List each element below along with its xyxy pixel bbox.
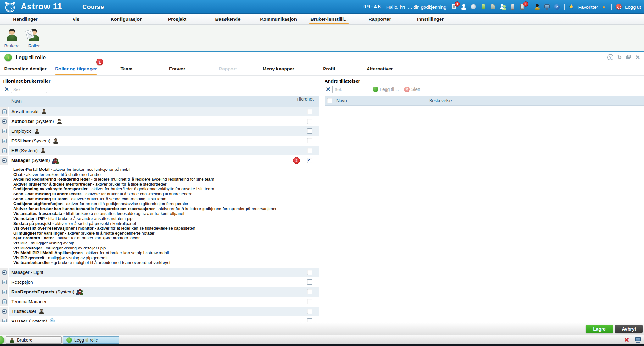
expand-button[interactable]: + [2,148,7,153]
taskbar-tab-legg-til-rolle[interactable]: Legg til rolle [63,336,119,344]
select-all-checkbox[interactable] [327,98,332,103]
menu-item-bruker-innstilli-[interactable]: Bruker-innstilli... [304,14,354,24]
close-all-icon[interactable]: ✕ [624,337,629,343]
step-badge-1: 1 [96,59,103,65]
logout-label[interactable]: Logg ut [625,4,641,10]
assigned-checkbox[interactable] [307,148,312,153]
device-green-icon[interactable] [480,3,487,10]
tab-frav-r[interactable]: Fravær [152,64,203,75]
menu-item-vis[interactable]: Vis [51,14,101,24]
collapse-button[interactable]: − [2,158,7,163]
expand-button[interactable]: + [2,139,7,143]
tab-alternativer[interactable]: Alternativer [354,64,405,75]
table-row-essuser[interactable]: +ESSUser(System) [0,136,319,146]
logout-power-icon[interactable] [615,3,622,10]
mobile-icon[interactable]: 2 [519,3,526,10]
assigned-checkbox[interactable] [307,109,312,114]
approvals-icon[interactable]: 1 [451,3,458,10]
expand-button[interactable]: + [2,280,7,284]
menu-item-innstillinger[interactable]: Innstillinger [405,14,456,24]
expand-button[interactable]: + [2,270,7,275]
clear-search-icon[interactable]: ✕ [4,87,9,92]
user-silhouette-icon[interactable] [460,3,467,10]
other-permissions-search-row: ✕ Legg til ... Slett [326,86,420,93]
globe-icon[interactable] [470,3,477,10]
table-row-authorizer[interactable]: +Authorizer(System) [0,117,319,126]
favorites-star-icon[interactable] [569,3,575,10]
permission-line: Leder-Portal Mobil - aktiver for bruker … [13,167,316,172]
help-blue-icon[interactable] [553,3,560,10]
notification-badge: 2 [523,1,528,7]
phone-icon[interactable] [509,3,516,10]
clock-time: 09:46 [363,4,381,10]
main-menu-bar: HandlingerVisKonfigurasjonProsjektBesøke… [0,14,644,25]
tab-roller-og-tilganger[interactable]: Roller og tilganger [51,64,101,75]
menu-item-rapporter[interactable]: Rapporter [354,14,405,24]
tab-meny-knapper[interactable]: Meny knapper [253,64,304,75]
assigned-checkbox[interactable] [307,128,312,134]
save-button[interactable]: Lagre [586,325,613,333]
expand-button[interactable]: + [2,299,7,304]
add-permission-button[interactable]: Legg til ... [373,87,399,92]
assigned-checkbox[interactable] [307,279,312,285]
toolbar-item-roller[interactable]: Roller [23,28,45,48]
cascade-icon[interactable] [625,54,632,60]
assigned-checkbox[interactable] [307,289,312,294]
tab-rapport[interactable]: Rapport [203,64,253,75]
close-icon[interactable] [635,54,641,60]
monitor-icon[interactable] [635,337,641,343]
taskbar-tab-label: Legg til rolle [74,338,98,343]
greeting-text: Hallo, hr! [386,4,405,10]
menu-item-prosjekt[interactable]: Prosjekt [152,14,203,24]
table-row-terminalmanager[interactable]: +TerminalManager [0,297,319,307]
cancel-button[interactable]: Avbryt [615,325,643,333]
expand-button[interactable]: + [2,309,7,314]
table-row-trusteduser[interactable]: +TrustedUser [0,307,319,316]
tab-team[interactable]: Team [101,64,152,75]
tab-profil[interactable]: Profil [304,64,354,75]
table-row-manager-light[interactable]: +Manager - Light [0,268,319,277]
assigned-checkbox[interactable] [307,299,312,304]
clear-search-icon[interactable]: ✕ [326,87,330,92]
collapse-triangle-icon[interactable] [601,4,607,10]
refresh-icon[interactable] [616,54,623,60]
assigned-checkbox[interactable] [307,270,312,275]
assigned-checkbox[interactable] [307,119,312,124]
favorites-label[interactable]: Favoritter [578,4,598,10]
users-icon[interactable] [499,3,506,10]
menu-item-konfigurasjon[interactable]: Konfigurasjon [101,14,152,24]
user-icon [41,109,47,115]
table-row-resepsjon[interactable]: +Resepsjon [0,277,319,287]
assigned-roles-search-input[interactable] [11,86,47,93]
table-row-manager[interactable]: −Manager(System)2 [0,156,319,165]
expand-button[interactable]: + [2,290,7,294]
expand-button[interactable]: + [2,109,7,114]
table-row-employee[interactable]: +Employee [0,126,319,136]
start-orb-icon[interactable] [0,336,4,344]
role-name: Resepsjon [11,280,33,285]
menu-item-kommunikasjon[interactable]: Kommunikasjon [253,14,304,24]
divider [564,4,565,10]
table-row-runreportsexports[interactable]: +RunReportsExports(System) [0,287,319,297]
assigned-checkbox[interactable] [307,138,312,143]
computer-icon[interactable] [544,3,551,10]
help-icon[interactable] [607,54,613,60]
assigned-checkbox[interactable] [307,309,312,314]
expand-button[interactable]: + [2,129,7,133]
window-controls [607,54,641,60]
menu-item-handlinger[interactable]: Handlinger [0,14,51,24]
menu-item-bes-kende[interactable]: Besøkende [203,14,253,24]
other-permissions-search-input[interactable] [332,86,368,93]
table-row-hr[interactable]: +HR(System) [0,146,319,156]
sim-icon[interactable] [490,3,497,10]
user-icon [53,138,58,144]
tab-personlige-detaljer[interactable]: Personlige detaljer [0,64,51,75]
taskbar-tab-brukere[interactable]: Brukere [6,336,62,344]
toolbar-item-brukere[interactable]: Brukere [1,28,23,48]
operator-icon[interactable] [534,3,541,10]
delete-permission-button[interactable]: Slett [404,87,420,92]
expand-button[interactable]: + [2,119,7,124]
assigned-checkbox[interactable] [307,158,312,163]
expander-cell: + [0,297,9,306]
table-row-ansatt-innsikt[interactable]: +Ansatt-innsikt [0,107,319,117]
